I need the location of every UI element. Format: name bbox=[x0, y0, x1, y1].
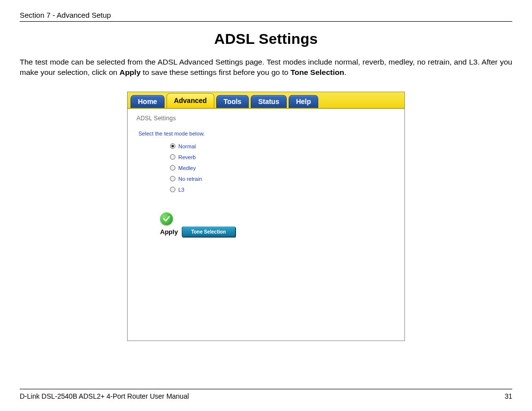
tab-bar: Home Advanced Tools Status Help bbox=[128, 92, 404, 109]
panel-instruction: Select the test mode below. bbox=[136, 131, 396, 137]
radio-normal[interactable]: Normal bbox=[170, 143, 396, 149]
paragraph-mid: to save these settings ﬁrst before you g… bbox=[141, 68, 291, 76]
section-header: Section 7 - Advanced Setup bbox=[20, 11, 512, 22]
tab-home[interactable]: Home bbox=[131, 95, 165, 108]
radio-label: Reverb bbox=[178, 154, 196, 160]
footer-page-number: 31 bbox=[504, 392, 512, 400]
radio-icon bbox=[170, 187, 175, 192]
apply-button[interactable]: Apply bbox=[160, 228, 178, 236]
paragraph-tone-word: Tone Selection bbox=[291, 68, 344, 76]
radio-icon bbox=[170, 154, 175, 160]
radio-reverb[interactable]: Reverb bbox=[170, 154, 396, 160]
radio-icon bbox=[170, 176, 175, 181]
radio-label: Medley bbox=[178, 165, 196, 171]
tab-advanced[interactable]: Advanced bbox=[166, 93, 214, 108]
intro-paragraph: The test mode can be selected from the A… bbox=[20, 57, 512, 78]
router-ui-screenshot: Home Advanced Tools Status Help ADSL Set… bbox=[127, 92, 405, 341]
action-area: Apply Tone Selection bbox=[136, 212, 396, 237]
panel-title: ADSL Settings bbox=[136, 115, 396, 122]
tab-help[interactable]: Help bbox=[289, 95, 318, 108]
page-footer: D-Link DSL-2540B ADSL2+ 4-Port Router Us… bbox=[20, 389, 512, 400]
radio-icon bbox=[170, 143, 175, 149]
page-title: ADSL Settings bbox=[20, 31, 512, 47]
radio-medley[interactable]: Medley bbox=[170, 165, 396, 171]
radio-l3[interactable]: L3 bbox=[170, 187, 396, 193]
paragraph-end: . bbox=[344, 68, 346, 76]
checkmark-icon bbox=[160, 212, 173, 225]
tab-tools[interactable]: Tools bbox=[216, 95, 249, 108]
radio-no-retrain[interactable]: No retrain bbox=[170, 176, 396, 182]
radio-label: L3 bbox=[178, 187, 184, 193]
paragraph-apply-word: Apply bbox=[119, 68, 140, 76]
settings-panel: ADSL Settings Select the test mode below… bbox=[128, 109, 404, 341]
test-mode-radio-group: Normal Reverb Medley No retrain L3 bbox=[136, 143, 396, 193]
footer-manual-title: D-Link DSL-2540B ADSL2+ 4-Port Router Us… bbox=[20, 392, 189, 400]
tab-status[interactable]: Status bbox=[251, 95, 287, 108]
radio-label: Normal bbox=[178, 143, 196, 149]
radio-icon bbox=[170, 165, 175, 171]
radio-label: No retrain bbox=[178, 176, 202, 182]
tone-selection-button[interactable]: Tone Selection bbox=[182, 227, 235, 237]
